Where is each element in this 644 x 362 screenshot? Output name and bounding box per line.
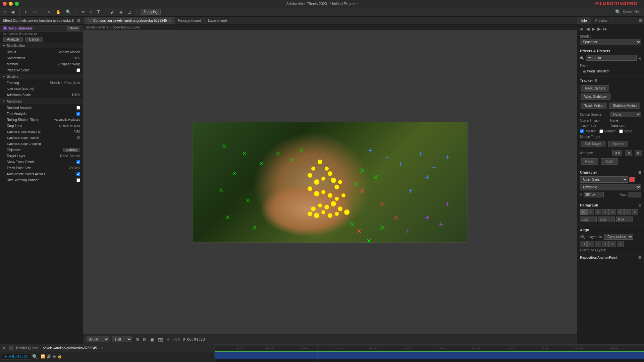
render-queue-close[interactable]: ✕ bbox=[3, 346, 5, 350]
align-right-button[interactable]: ≡ bbox=[595, 209, 601, 215]
plus-icon[interactable]: + bbox=[166, 337, 170, 343]
skip-forward-icon[interactable]: ⏭ bbox=[603, 26, 608, 32]
text-icon[interactable]: T bbox=[96, 9, 101, 15]
align-justify-all-button[interactable]: ≡ bbox=[632, 209, 638, 215]
borders-section-header[interactable]: ▼ Borders bbox=[0, 74, 83, 79]
scale-checkbox[interactable] bbox=[619, 129, 623, 133]
pen-icon[interactable]: ✏ bbox=[80, 9, 86, 15]
align-justify-last-right-button[interactable]: ≡ bbox=[624, 209, 631, 215]
stabilize-objective-button[interactable]: Stabilize bbox=[63, 148, 79, 152]
tracker-menu-icon[interactable]: ☰ bbox=[594, 79, 597, 82]
snapping-button[interactable]: Snapping bbox=[141, 9, 161, 15]
shape-icon[interactable]: ○ bbox=[89, 9, 94, 15]
zoom-select[interactable]: 88.3% bbox=[86, 337, 109, 342]
hand-icon[interactable]: ✋ bbox=[55, 9, 62, 15]
undo-icon[interactable]: ↩ bbox=[24, 9, 30, 15]
effects-search-input[interactable] bbox=[586, 55, 637, 61]
warp-reset-button[interactable]: Reset bbox=[67, 26, 80, 31]
analyze-left-left-button[interactable]: ◀◀ bbox=[612, 150, 622, 156]
back-icon[interactable]: ◀ bbox=[10, 9, 15, 15]
align-justify-last-left-button[interactable]: ≡ bbox=[609, 209, 616, 215]
effects-search-clear[interactable]: ✕ bbox=[638, 56, 641, 61]
comp-tab-close[interactable]: ✕ bbox=[168, 19, 171, 22]
reposition-menu-icon[interactable]: ☰ bbox=[638, 256, 641, 259]
align-justify-last-center-button[interactable]: ≡ bbox=[617, 209, 624, 215]
tab-info[interactable]: Info bbox=[577, 17, 591, 24]
tab-layer[interactable]: Layer (none) bbox=[205, 17, 231, 24]
show-track-points-checkbox[interactable] bbox=[76, 160, 80, 164]
font-name-select[interactable]: Open Sans bbox=[580, 176, 628, 183]
track-motion-button[interactable]: Track Motion bbox=[581, 103, 607, 109]
play-icon[interactable]: ▶ bbox=[592, 26, 595, 32]
panel-options-icon[interactable]: ☰ bbox=[639, 19, 642, 22]
align-right-edge-button[interactable]: ⊤ bbox=[595, 241, 601, 247]
stroke-color-swatch[interactable] bbox=[636, 177, 641, 182]
top-indent-input[interactable] bbox=[616, 217, 633, 222]
text-color-swatch[interactable] bbox=[629, 177, 635, 182]
select-icon[interactable]: ↖ bbox=[46, 9, 52, 15]
search-toolbar-icon[interactable]: 🔍 bbox=[614, 9, 622, 15]
tracker-reset-button[interactable]: Reset bbox=[581, 158, 598, 165]
align-center-button[interactable]: ≡ bbox=[587, 209, 594, 215]
analyze-right-button[interactable]: ▶ bbox=[635, 150, 642, 156]
align-left-button[interactable]: ≡ bbox=[580, 209, 587, 215]
timecode-display[interactable]: 0:00:01:23 bbox=[2, 354, 31, 360]
track-camera-button[interactable]: Track Camera bbox=[581, 85, 609, 92]
stamp-icon[interactable]: ◈ bbox=[118, 9, 124, 15]
analyze-left-button[interactable]: ◀ bbox=[625, 150, 632, 156]
home-icon[interactable]: ⌂ bbox=[3, 9, 7, 15]
options-button[interactable]: Options bbox=[608, 141, 628, 147]
advanced-section-header[interactable]: ▼ Advanced bbox=[0, 99, 83, 104]
left-indent-input[interactable] bbox=[580, 217, 597, 222]
preserve-scale-checkbox[interactable] bbox=[76, 68, 80, 72]
loop-icon[interactable]: 🔁 bbox=[41, 354, 45, 359]
brush-icon[interactable]: 🖌 bbox=[109, 9, 116, 15]
maximize-button[interactable] bbox=[15, 2, 19, 6]
search-timecode-icon[interactable]: 🔍 bbox=[32, 354, 38, 359]
analyze-button[interactable]: Analyze bbox=[3, 37, 23, 42]
align-justify-button[interactable]: ≡ bbox=[602, 209, 609, 215]
font-style-select[interactable]: Extrabold bbox=[580, 184, 641, 190]
effects-menu-icon[interactable]: ☰ bbox=[638, 49, 641, 53]
rotation-checkbox[interactable] bbox=[599, 129, 603, 133]
prev-frame-icon[interactable]: ◀ bbox=[586, 26, 590, 32]
position-checkbox[interactable] bbox=[580, 129, 584, 133]
solo-icon[interactable]: ◉ bbox=[53, 354, 56, 359]
tab-composition[interactable]: ⬛ Composition pexels-karolina-grabowska-… bbox=[85, 17, 175, 24]
shortcut-select[interactable]: Spacebar bbox=[580, 39, 641, 45]
hide-warning-checkbox[interactable] bbox=[76, 178, 80, 182]
align-h-center-button[interactable]: ⊢ bbox=[587, 241, 594, 247]
fast-analysis-checkbox[interactable] bbox=[76, 112, 80, 116]
stabilization-section-header[interactable]: ▼ Stabilization bbox=[0, 43, 83, 48]
align-menu-icon[interactable]: ☰ bbox=[638, 228, 641, 232]
next-frame-icon[interactable]: ▶ bbox=[597, 26, 601, 32]
cancel-button[interactable]: Cancel bbox=[25, 37, 43, 42]
edit-target-button[interactable]: Edit Target bbox=[581, 141, 605, 147]
mask-icon[interactable]: ⊡ bbox=[142, 337, 147, 343]
detailed-analysis-checkbox[interactable] bbox=[76, 106, 80, 110]
auto-delete-checkbox[interactable] bbox=[76, 172, 80, 176]
tracker-apply-button[interactable]: Apply bbox=[601, 158, 618, 165]
font-size-input[interactable] bbox=[584, 192, 604, 197]
close-button[interactable] bbox=[3, 2, 7, 6]
playhead[interactable] bbox=[318, 344, 318, 362]
render-queue-tab[interactable]: Render Queue bbox=[15, 346, 40, 350]
camera-icon[interactable]: 📷 bbox=[157, 337, 164, 343]
audio-icon[interactable]: 🔊 bbox=[47, 354, 51, 359]
timeline-close[interactable]: ✕ bbox=[101, 346, 104, 350]
timeline-comp-tab[interactable]: pexels-karolina-grabowska-5239245 bbox=[42, 346, 98, 350]
panel-options[interactable]: ☰ bbox=[637, 17, 644, 24]
quality-select[interactable]: Half bbox=[112, 337, 132, 342]
grid-icon[interactable]: ⊞ bbox=[135, 337, 140, 343]
align-left-edge-button[interactable]: ⊣ bbox=[580, 241, 587, 247]
align-v-center-button[interactable]: ⊦ bbox=[609, 241, 616, 247]
render-icon[interactable]: ▣ bbox=[150, 337, 155, 343]
warp-stabilizer-item[interactable]: ▣ Warp Stabilizer bbox=[580, 68, 641, 74]
redo-icon[interactable]: ↪ bbox=[32, 9, 38, 15]
zoom-icon[interactable]: 🔍 bbox=[65, 9, 72, 15]
align-bottom-edge-button[interactable]: ⊧ bbox=[617, 241, 624, 247]
window-controls[interactable] bbox=[3, 2, 19, 6]
motion-source-select[interactable]: None bbox=[610, 112, 641, 117]
skip-back-icon[interactable]: ⏮ bbox=[579, 26, 584, 32]
tab-footage[interactable]: Footage (none) bbox=[175, 17, 205, 24]
